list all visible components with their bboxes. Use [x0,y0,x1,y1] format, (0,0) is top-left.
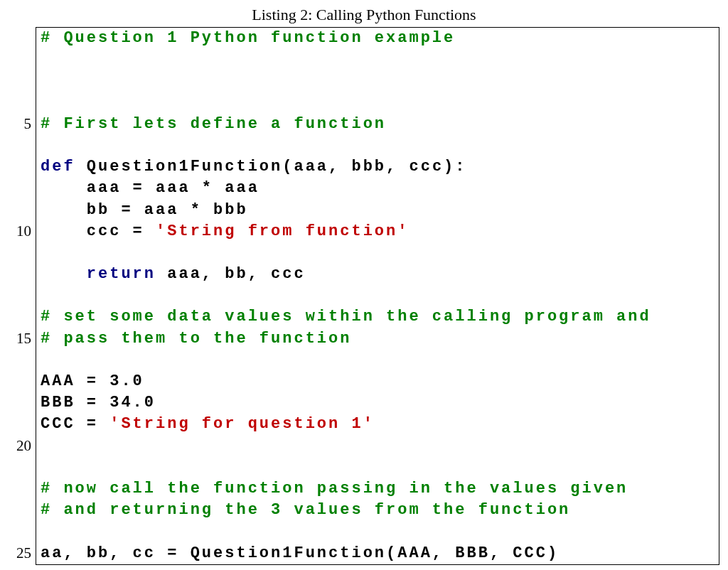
line-number [9,478,31,499]
code-line: bb = aaa * bbb [41,200,714,221]
line-number [9,306,31,327]
line-number-gutter: 5 10 15 20 25 [9,27,36,565]
code-line [41,436,714,457]
line-number [9,27,31,48]
code-line [41,49,714,70]
code-line: return aaa, bb, ccc [41,264,714,285]
code-line [41,242,714,264]
line-number: 10 [9,220,31,242]
code-line: aa, bb, cc = Question1Function(AAA, BBB,… [41,543,714,564]
code-line [41,70,714,92]
code-line: AAA = 3.0 [41,371,714,392]
code-line: ccc = 'String from function' [41,221,714,242]
line-number: 25 [9,542,31,564]
line-number: 15 [9,328,31,349]
code-line [41,92,714,114]
line-number [9,284,31,306]
code-line: # pass them to the function [41,328,714,350]
code-line: # and returning the 3 values from the fu… [41,500,714,521]
line-number [9,499,31,520]
listing-caption: Listing 2: Calling Python Functions [9,6,719,24]
line-number [9,349,31,370]
code-line: def Question1Function(aaa, bbb, ccc): [41,156,714,178]
line-number [9,456,31,478]
code-line: aaa = aaa * aaa [41,178,714,199]
line-number [9,392,31,413]
line-number [9,413,31,434]
line-number [9,520,31,542]
code-line: BBB = 34.0 [41,392,714,414]
code-line [41,521,714,542]
line-number [9,177,31,198]
code-line: # Question 1 Python function example [41,28,714,49]
code-line: # First lets define a function [41,114,714,135]
line-number [9,156,31,177]
line-number [9,242,31,263]
code-line: # set some data values within the callin… [41,306,714,328]
line-number [9,70,31,91]
code-line [41,457,714,478]
line-number [9,92,31,113]
line-number [9,370,31,392]
line-number [9,263,31,284]
line-number [9,48,31,70]
line-number [9,134,31,156]
code-content: # Question 1 Python function example # F… [36,27,719,565]
line-number [9,199,31,220]
code-line [41,350,714,371]
line-number: 20 [9,435,31,456]
code-line [41,285,714,306]
code-line: # now call the function passing in the v… [41,478,714,500]
code-listing: 5 10 15 20 25 # Question 1 Python functi… [9,27,719,565]
line-number: 5 [9,113,31,134]
code-line [41,135,714,156]
code-line: CCC = 'String for question 1' [41,414,714,435]
